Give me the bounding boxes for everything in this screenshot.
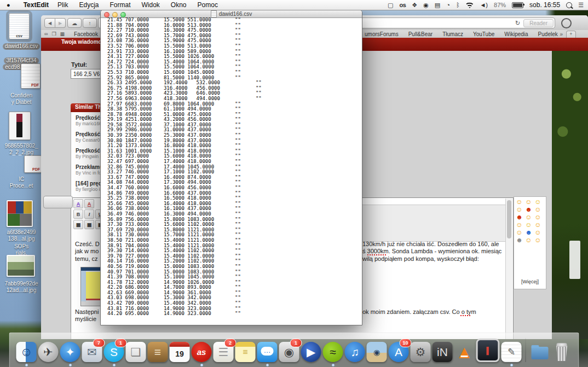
reader-button[interactable]: Reader [523,19,554,27]
notes-dock-icon[interactable]: ≡ [235,342,256,362]
bookmark-facebook[interactable]: Facebook [69,31,103,37]
itunes-dock-icon[interactable]: ♫ [345,342,365,362]
forward-button[interactable]: ▶ [55,18,66,28]
font-color-button[interactable]: A [84,199,94,208]
bookmarks-overflow-chevron[interactable]: » [560,31,563,37]
native-instruments-dock-icon[interactable]: iN [433,342,453,362]
bookmarks-icon[interactable]: ❒ [51,31,56,37]
smiley-icon[interactable]: ☻ [515,236,524,244]
parallels-dock-icon[interactable]: ∥ [476,339,500,362]
vlc-dock-icon[interactable]: ▲ [454,342,475,362]
smiley-icon[interactable]: ☻ [524,229,533,236]
table-button[interactable]: ▦ [73,220,83,229]
app-window-icon[interactable]: ▢ [388,2,393,9]
refresh-icon[interactable]: ↻ [515,20,523,27]
more-smileys-link[interactable]: [Więcej] [514,279,546,284]
desktop-icon-pdf-confidential[interactable]: PDFConfideny Diabet [0,63,43,105]
minimize-button[interactable] [112,12,118,18]
menu-edycja[interactable]: Edycja [73,1,104,9]
smiley-icon[interactable]: ☺ [533,198,543,206]
bookmark-youtube[interactable]: YouTube [468,31,499,37]
desktop-icon-sops-rials[interactable]: SOPsrials. [0,242,43,256]
disk-menu-icon[interactable]: ▤ [435,2,440,9]
menu-plik[interactable]: Plik [52,1,73,9]
desktop-icon-jpg-a6f38e2499[interactable]: a6f38e2499138...al.jpg [0,200,43,242]
smiley-icon[interactable]: ☺ [515,229,524,236]
downloads-folder-dock-icon[interactable] [530,342,550,362]
timemachine-menu-icon[interactable]: ◔ [446,2,450,8]
bookmark-pull-bear[interactable]: Pull&Bear [403,31,437,37]
desktop-icon-dawid166-csv[interactable]: csvdawid166.csv [0,13,43,50]
smiley-icon[interactable]: ☺ [515,198,524,206]
reminders-dock-icon[interactable]: ☰2 [214,342,234,362]
alert-menu-icon[interactable]: ◉ [423,2,429,9]
smiley-icon[interactable]: ☺ [515,206,524,213]
notification-center-icon[interactable]: ☰ [578,2,584,9]
topsites-button[interactable] [561,18,572,28]
desktop-icon-jpg-9686557802[interactable]: 9686557802_2_2_2.jpg [0,112,43,155]
bookmark-pudelek[interactable]: Pudelek [533,31,563,37]
menu-widok[interactable]: Widok [136,1,165,9]
close-button[interactable] [104,12,109,18]
bluetooth-menu-icon[interactable]: ᛒ [456,2,460,8]
lastfm-dock-icon[interactable]: as [192,342,212,362]
b-style-button[interactable]: B [73,209,83,219]
bookmark-t-umacz[interactable]: Tłumacz [437,31,468,37]
font-color-button[interactable]: A [73,199,83,208]
form-button[interactable] [43,196,73,208]
smiley-icon[interactable]: ☺ [524,221,533,229]
menu-okno[interactable]: Okno [165,1,192,9]
lastfm-menu-icon[interactable]: os [399,2,406,8]
topsites-icon[interactable]: ▦ [60,31,65,37]
sysprefs-dock-icon[interactable]: ⚙ [411,342,431,362]
smiley-icon[interactable]: ☺ [524,213,533,221]
trash-dock-icon[interactable] [552,342,572,362]
textedit-dock-icon[interactable]: ✎ [501,342,522,362]
menu-app-name[interactable]: TextEdit [18,1,52,9]
skype-dock-icon[interactable]: S1 [104,342,124,362]
desktop-icon-jpg-7abb99e92de[interactable]: 7abb99e92de12ad...al.jpg [0,255,43,293]
appstore-dock-icon[interactable]: A10 [389,342,409,362]
photos-dock-icon[interactable]: ❏ [126,342,146,362]
csv-text-content[interactable]: 21.45 707.0000 15.5000 551.0000 "" 21.88… [107,18,262,317]
bookmark-wikipedia[interactable]: Wikipedia [499,31,533,37]
smiley-icon[interactable]: ☺ [533,236,543,244]
contacts-dock-icon[interactable]: ≡ [148,342,168,362]
smiley-icon[interactable]: ☺ [533,206,543,213]
finder-dock-icon[interactable]: ☺ [16,342,37,362]
smiley-icon[interactable]: ☺ [524,198,533,206]
bookmark-umorsforums[interactable]: umorsForums [360,31,403,37]
safari-dock-icon[interactable]: ✦ [60,342,80,362]
quicktime-dock-icon[interactable]: ▶ [301,342,321,362]
smiley-icon[interactable]: ☺ [533,221,543,229]
spotify-dock-icon[interactable]: ≈ [323,342,343,362]
smiley-icon[interactable]: ☻ [515,213,524,221]
i-style-button[interactable]: I [84,209,94,219]
iphoto-dock-icon[interactable]: ◉ [367,342,387,362]
facetime-dock-icon[interactable]: ◉1 [279,342,299,362]
editor-scrollbar[interactable] [505,199,512,339]
smiley-icon[interactable]: ☺ [515,221,524,229]
desktop-icon-pdf-ic-proce[interactable]: PDFICProce...et [0,155,43,189]
icloud-tabs-button[interactable]: ☁ [67,18,82,28]
spotlight-icon[interactable] [566,2,572,8]
battery-icon[interactable] [512,2,523,8]
apple-menu-icon[interactable]: ● [7,2,10,8]
launchpad-dock-icon[interactable]: ✈ [38,342,59,362]
smiley-icon[interactable]: ☻ [524,206,533,213]
messages-dock-icon[interactable]: … [257,342,278,362]
smiley-icon[interactable]: ☺ [524,236,533,244]
new-tab-button[interactable]: + [566,31,576,38]
zoom-button[interactable] [120,12,126,18]
menu-clock[interactable]: sob. 16:55 [529,1,560,9]
table-button[interactable]: ▦ [84,220,94,229]
share-button[interactable]: ↑ [83,18,97,28]
menu-pomoc[interactable]: Pomoc [192,1,223,9]
dropbox-menu-icon[interactable]: ❖ [412,2,417,9]
smiley-icon[interactable]: ☺ [533,229,543,236]
wifi-menu-icon[interactable] [465,2,474,8]
smiley-icon[interactable]: ☺ [533,213,543,221]
reading-list-icon[interactable]: ∞ [44,31,48,37]
menu-format[interactable]: Format [104,1,136,9]
calendar-dock-icon[interactable]: 19 [170,342,190,362]
